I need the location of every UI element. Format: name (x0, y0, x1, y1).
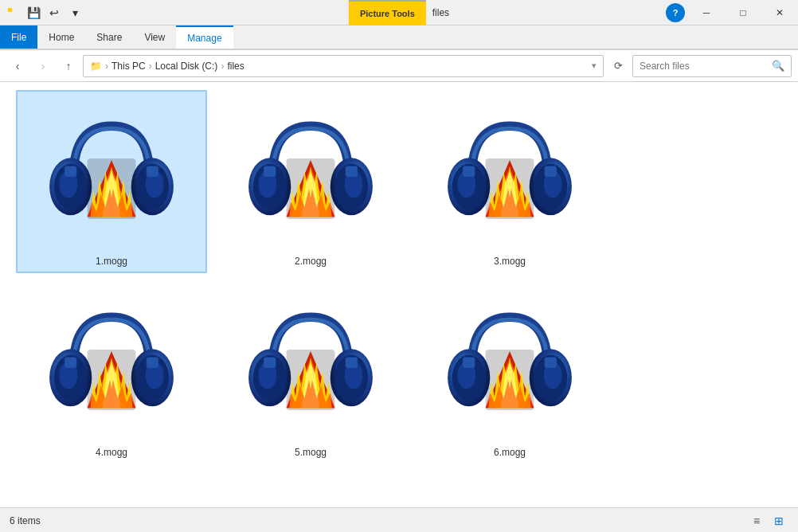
system-menu-button[interactable] (3, 3, 22, 22)
up-button[interactable]: ↑ (57, 55, 80, 77)
file-grid: 1.mogg (0, 82, 798, 507)
search-box[interactable]: 🔍 (632, 55, 792, 77)
search-icon: 🔍 (772, 60, 784, 72)
grid-view-button[interactable]: ⊞ (769, 511, 788, 530)
ribbon: File Home Share View Manage (0, 25, 798, 50)
window-controls: ? ─ □ ✕ (666, 0, 798, 25)
file-item-5mogg[interactable]: 5.mogg (215, 281, 406, 464)
maximize-button[interactable]: □ (725, 0, 761, 25)
item-count: 6 items (10, 515, 41, 526)
help-button[interactable]: ? (666, 3, 685, 22)
quick-access-toolbar: 💾 ↩ ▾ (0, 0, 88, 25)
window-title: files (432, 7, 449, 18)
svg-rect-0 (8, 8, 12, 12)
file-icon (36, 100, 187, 251)
path-localdisk[interactable]: Local Disk (C:) (155, 61, 218, 72)
svg-rect-52 (65, 358, 76, 368)
file-item-1mogg[interactable]: 1.mogg (16, 90, 207, 273)
svg-rect-3 (14, 14, 18, 18)
file-icon (434, 291, 585, 442)
file-label: 3.mogg (494, 256, 526, 267)
file-label: 6.mogg (494, 447, 526, 458)
back-button[interactable]: ‹ (6, 55, 29, 77)
status-bar: 6 items ≡ ⊞ (0, 507, 798, 532)
svg-rect-2 (8, 14, 12, 18)
svg-rect-86 (545, 358, 557, 368)
file-item-4mogg[interactable]: 4.mogg (16, 281, 207, 464)
ribbon-tab-bar: File Home Share View Manage (0, 25, 798, 49)
quick-undo-button[interactable]: ↩ (45, 3, 64, 22)
close-button[interactable]: ✕ (761, 0, 798, 25)
tab-manage[interactable]: Manage (176, 25, 233, 49)
svg-rect-41 (545, 166, 557, 177)
content-wrapper: 1.mogg (0, 82, 798, 532)
svg-rect-11 (147, 166, 158, 177)
file-item-2mogg[interactable]: 2.mogg (215, 90, 406, 273)
tab-home[interactable]: Home (37, 25, 85, 49)
path-files[interactable]: files (227, 61, 244, 72)
search-input[interactable] (640, 61, 767, 72)
path-icon: 📁 (90, 61, 102, 72)
customize-quick-access-button[interactable]: ▾ (65, 3, 84, 22)
svg-rect-37 (463, 166, 475, 177)
svg-rect-22 (264, 166, 276, 177)
tab-file[interactable]: File (0, 25, 37, 49)
file-icon (235, 291, 386, 442)
file-label: 5.mogg (295, 447, 327, 458)
refresh-button[interactable]: ⟳ (607, 55, 629, 77)
path-thispc[interactable]: This PC (111, 61, 146, 72)
file-icon (434, 100, 585, 251)
svg-rect-1 (14, 8, 18, 12)
file-item-6mogg[interactable]: 6.mogg (414, 281, 605, 464)
svg-rect-26 (346, 166, 358, 177)
svg-rect-7 (65, 166, 76, 177)
svg-rect-67 (264, 358, 276, 368)
view-toggle: ≡ ⊞ (747, 511, 788, 530)
address-bar: ‹ › ↑ 📁 › This PC › Local Disk (C:) › fi… (0, 50, 798, 82)
minimize-button[interactable]: ─ (688, 0, 725, 25)
picture-tools-tab: Picture Tools (349, 0, 426, 25)
tab-share[interactable]: Share (85, 25, 133, 49)
file-item-3mogg[interactable]: 3.mogg (414, 90, 605, 273)
file-icon (36, 291, 187, 442)
svg-rect-82 (463, 358, 475, 368)
file-label: 4.mogg (96, 447, 127, 458)
title-center: Picture Tools files (349, 0, 449, 25)
quick-save-button[interactable]: 💾 (24, 3, 43, 22)
title-bar: 💾 ↩ ▾ Picture Tools files ? ─ □ ✕ (0, 0, 798, 25)
address-path[interactable]: 📁 › This PC › Local Disk (C:) › files ▾ (83, 55, 604, 77)
file-icon (235, 100, 386, 251)
tab-view[interactable]: View (133, 25, 176, 49)
forward-button[interactable]: › (32, 55, 54, 77)
file-label: 1.mogg (96, 256, 127, 267)
svg-rect-71 (346, 358, 358, 368)
svg-rect-56 (147, 358, 158, 368)
list-view-button[interactable]: ≡ (747, 511, 766, 530)
file-label: 2.mogg (295, 256, 327, 267)
